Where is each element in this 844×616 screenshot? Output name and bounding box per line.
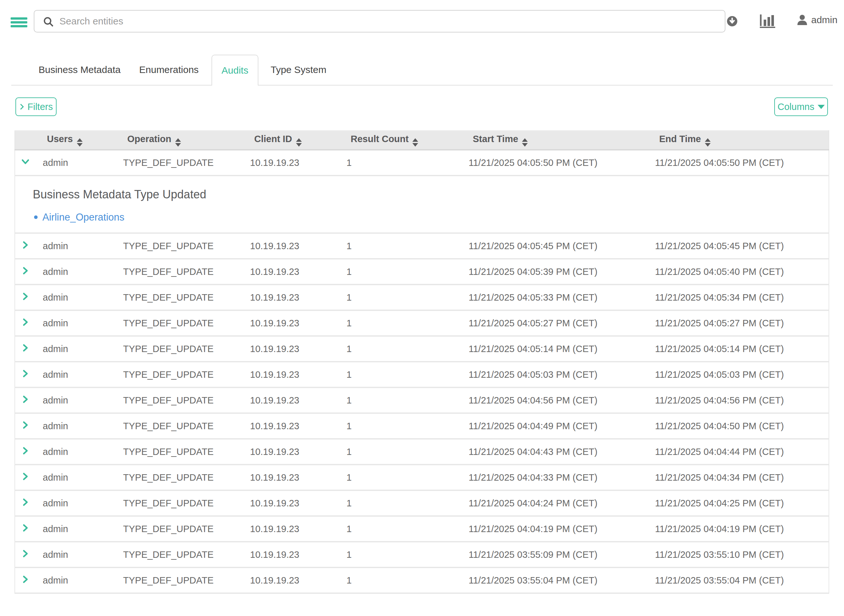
- chevron-right-icon[interactable]: [21, 498, 30, 507]
- chevron-right-icon[interactable]: [21, 472, 30, 481]
- cell-end-time: 11/21/2025 04:04:34 PM (CET): [648, 465, 829, 490]
- chevron-right-icon[interactable]: [21, 575, 30, 584]
- column-header-client-id[interactable]: Client ID: [243, 131, 339, 150]
- chevron-right-icon[interactable]: [21, 343, 30, 352]
- cell-result-count: 1: [339, 310, 462, 336]
- chevron-right-icon[interactable]: [21, 421, 30, 430]
- tab-enumerations[interactable]: Enumerations: [139, 55, 199, 85]
- cell-client-id: 10.19.19.23: [243, 362, 339, 387]
- columns-label: Columns: [778, 101, 814, 112]
- chevron-right-icon[interactable]: [21, 395, 30, 404]
- sort-icon: [175, 138, 181, 147]
- cell-operation: TYPE_DEF_UPDATE: [116, 150, 243, 176]
- cell-operation: TYPE_DEF_UPDATE: [116, 413, 243, 439]
- cell-client-id: 10.19.19.23: [243, 150, 339, 176]
- chevron-right-icon[interactable]: [21, 369, 30, 378]
- cell-client-id: 10.19.19.23: [243, 336, 339, 362]
- cell-result-count: 1: [339, 439, 462, 465]
- tab-audits[interactable]: Audits: [211, 55, 258, 85]
- column-header-operation[interactable]: Operation: [116, 131, 243, 150]
- columns-button[interactable]: Columns: [774, 97, 828, 116]
- cell-operation: TYPE_DEF_UPDATE: [116, 439, 243, 465]
- cell-operation: TYPE_DEF_UPDATE: [116, 259, 243, 285]
- cell-users: admin: [36, 465, 116, 490]
- table-row: admin TYPE_DEF_UPDATE 10.19.19.23 1 11/2…: [15, 336, 829, 362]
- cell-client-id: 10.19.19.23: [243, 387, 339, 413]
- cell-start-time: 11/21/2025 04:04:33 PM (CET): [462, 465, 648, 490]
- download-icon[interactable]: [727, 16, 738, 28]
- user-menu[interactable]: admin: [796, 14, 838, 26]
- cell-users: admin: [36, 439, 116, 465]
- cell-operation: TYPE_DEF_UPDATE: [116, 465, 243, 490]
- cell-start-time: 11/21/2025 04:05:03 PM (CET): [462, 362, 648, 387]
- tab-underline: [11, 85, 833, 85]
- cell-client-id: 10.19.19.23: [243, 413, 339, 439]
- cell-client-id: 10.19.19.23: [243, 568, 339, 593]
- expanded-detail-row: Business Metadata Type Updated Airline_O…: [15, 176, 829, 233]
- chevron-right-icon[interactable]: [21, 446, 30, 455]
- cell-start-time: 11/21/2025 04:05:27 PM (CET): [462, 310, 648, 336]
- chevron-right-icon[interactable]: [21, 292, 30, 301]
- cell-client-id: 10.19.19.23: [243, 233, 339, 259]
- chevron-right-icon[interactable]: [21, 524, 30, 532]
- cell-result-count: 1: [339, 413, 462, 439]
- column-header-result-count[interactable]: Result Count: [339, 131, 462, 150]
- cell-operation: TYPE_DEF_UPDATE: [116, 490, 243, 516]
- sort-icon: [296, 138, 302, 147]
- chevron-right-icon[interactable]: [21, 318, 30, 327]
- column-header-users[interactable]: Users: [36, 131, 116, 150]
- cell-users: admin: [36, 336, 116, 362]
- cell-users: admin: [36, 259, 116, 285]
- detail-link[interactable]: Airline_Operations: [42, 211, 125, 223]
- cell-end-time: 11/21/2025 03:55:04 PM (CET): [648, 568, 829, 593]
- cell-end-time: 11/21/2025 04:04:50 PM (CET): [648, 413, 829, 439]
- table-row: admin TYPE_DEF_UPDATE 10.19.19.23 1 11/2…: [15, 465, 829, 490]
- table-row: admin TYPE_DEF_UPDATE 10.19.19.23 1 11/2…: [15, 233, 829, 259]
- menu-icon[interactable]: [10, 18, 27, 27]
- cell-result-count: 1: [339, 233, 462, 259]
- cell-end-time: 11/21/2025 04:05:40 PM (CET): [648, 259, 829, 285]
- cell-start-time: 11/21/2025 03:55:04 PM (CET): [462, 568, 648, 593]
- cell-result-count: 1: [339, 336, 462, 362]
- table-row: admin TYPE_DEF_UPDATE 10.19.19.23 1 11/2…: [15, 542, 829, 568]
- tab-business-metadata[interactable]: Business Metadata: [38, 55, 120, 85]
- table-row: admin TYPE_DEF_UPDATE 10.19.19.23 1 11/2…: [15, 568, 829, 593]
- cell-result-count: 1: [339, 387, 462, 413]
- cell-users: admin: [36, 285, 116, 310]
- statistics-icon[interactable]: [760, 15, 776, 29]
- chevron-right-icon[interactable]: [21, 266, 30, 275]
- cell-start-time: 11/21/2025 04:04:24 PM (CET): [462, 490, 648, 516]
- column-header-end-time[interactable]: End Time: [648, 131, 829, 150]
- filters-button[interactable]: Filters: [15, 97, 57, 116]
- table-row: admin TYPE_DEF_UPDATE 10.19.19.23 1 11/2…: [15, 259, 829, 285]
- cell-start-time: 11/21/2025 04:05:50 PM (CET): [462, 150, 648, 176]
- search-box: [34, 10, 725, 32]
- cell-operation: TYPE_DEF_UPDATE: [116, 387, 243, 413]
- table-row: admin TYPE_DEF_UPDATE 10.19.19.23 1 11/2…: [15, 310, 829, 336]
- cell-end-time: 11/21/2025 04:05:45 PM (CET): [648, 233, 829, 259]
- cell-end-time: 11/21/2025 04:05:03 PM (CET): [648, 362, 829, 387]
- user-label: admin: [811, 15, 838, 25]
- column-header-start-time[interactable]: Start Time: [462, 131, 648, 150]
- cell-start-time: 11/21/2025 04:04:49 PM (CET): [462, 413, 648, 439]
- cell-result-count: 1: [339, 542, 462, 568]
- cell-client-id: 10.19.19.23: [243, 439, 339, 465]
- chevron-down-icon[interactable]: [21, 157, 30, 166]
- cell-start-time: 11/21/2025 04:05:39 PM (CET): [462, 259, 648, 285]
- tab-type-system[interactable]: Type System: [271, 55, 326, 85]
- cell-operation: TYPE_DEF_UPDATE: [116, 516, 243, 542]
- cell-users: admin: [36, 362, 116, 387]
- sort-icon: [77, 138, 83, 147]
- cell-client-id: 10.19.19.23: [243, 542, 339, 568]
- cell-users: admin: [36, 490, 116, 516]
- search-icon: [43, 16, 54, 28]
- table-row: admin TYPE_DEF_UPDATE 10.19.19.23 1 11/2…: [15, 413, 829, 439]
- cell-operation: TYPE_DEF_UPDATE: [116, 336, 243, 362]
- table-row: admin TYPE_DEF_UPDATE 10.19.19.23 1 11/2…: [15, 439, 829, 465]
- cell-end-time: 11/21/2025 04:05:50 PM (CET): [648, 150, 829, 176]
- chevron-right-icon[interactable]: [21, 549, 30, 558]
- cell-start-time: 11/21/2025 04:04:19 PM (CET): [462, 516, 648, 542]
- detail-title: Business Metadata Type Updated: [33, 188, 829, 201]
- chevron-right-icon[interactable]: [21, 241, 30, 249]
- search-input[interactable]: [59, 11, 718, 31]
